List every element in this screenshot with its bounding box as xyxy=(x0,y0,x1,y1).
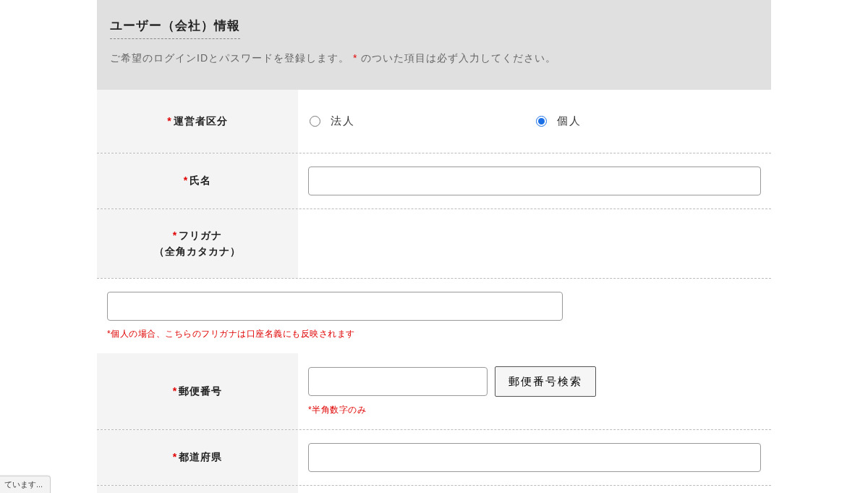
radio-label-corporate: 法人 xyxy=(331,114,355,128)
row-city: *市区町村 xyxy=(97,486,771,493)
radio-individual[interactable] xyxy=(536,116,547,127)
label-text: 都道府県 xyxy=(179,451,222,463)
postal-search-button[interactable]: 郵便番号検索 xyxy=(495,366,596,397)
required-mark: * xyxy=(173,229,177,241)
label-postal: *郵便番号 xyxy=(97,353,298,429)
name-input[interactable] xyxy=(308,167,761,195)
required-mark: * xyxy=(173,451,177,463)
label-furigana-sub: （全角カタカナ） xyxy=(154,245,241,258)
row-furigana: *フリガナ （全角カタカナ） xyxy=(97,209,771,279)
prefecture-input[interactable] xyxy=(308,443,761,472)
label-text: 運営者区分 xyxy=(174,115,228,127)
label-text: 郵便番号 xyxy=(179,385,222,397)
input-cell-city xyxy=(298,486,771,493)
label-city: *市区町村 xyxy=(97,486,298,493)
row-prefecture: *都道府県 xyxy=(97,430,771,486)
row-operator-type: *運営者区分 法人 個人 xyxy=(97,90,771,153)
label-furigana: *フリガナ （全角カタカナ） xyxy=(97,209,298,278)
label-prefecture: *都道府県 xyxy=(97,430,298,485)
radio-group-operator-type: 法人 個人 xyxy=(308,114,761,128)
input-cell-name xyxy=(298,153,771,208)
row-name: *氏名 xyxy=(97,153,771,209)
required-mark: * xyxy=(184,174,188,186)
radio-label-individual: 個人 xyxy=(557,114,582,128)
furigana-input[interactable] xyxy=(107,292,563,321)
input-cell-operator-type: 法人 個人 xyxy=(298,90,771,153)
row-postal: *郵便番号 郵便番号検索 *半角数字のみ xyxy=(97,353,771,430)
required-indicator: * xyxy=(353,52,357,64)
furigana-helper: *個人の場合、こちらのフリガナは口座名義にも反映されます xyxy=(107,328,761,340)
browser-status-bar: ています... xyxy=(0,476,51,493)
input-cell-furigana: *個人の場合、こちらのフリガナは口座名義にも反映されます xyxy=(97,279,771,353)
required-mark: * xyxy=(167,115,171,127)
required-mark: * xyxy=(173,385,177,397)
radio-option-corporate[interactable]: 法人 xyxy=(310,114,355,128)
label-name: *氏名 xyxy=(97,153,298,208)
input-cell-prefecture xyxy=(298,430,771,485)
desc-post: のついた項目は必ず入力してください。 xyxy=(361,52,556,64)
label-operator-type: *運営者区分 xyxy=(97,90,298,153)
radio-corporate[interactable] xyxy=(310,116,320,127)
input-cell-postal: 郵便番号検索 *半角数字のみ xyxy=(298,353,771,429)
form-section-header: ユーザー（会社）情報 ご希望のログインIDとパスワードを登録します。 * のつい… xyxy=(97,0,771,90)
section-description: ご希望のログインIDとパスワードを登録します。 * のついた項目は必ず入力してく… xyxy=(110,52,758,65)
postal-input[interactable] xyxy=(308,367,488,396)
desc-pre: ご希望のログインIDとパスワードを登録します。 xyxy=(110,52,349,64)
section-title: ユーザー（会社）情報 xyxy=(110,17,240,39)
label-text: 氏名 xyxy=(190,174,211,186)
label-text: フリガナ xyxy=(179,229,222,241)
radio-option-individual[interactable]: 個人 xyxy=(536,114,582,128)
postal-helper: *半角数字のみ xyxy=(308,404,761,416)
form-area: *運営者区分 法人 個人 *氏名 xyxy=(97,90,771,353)
